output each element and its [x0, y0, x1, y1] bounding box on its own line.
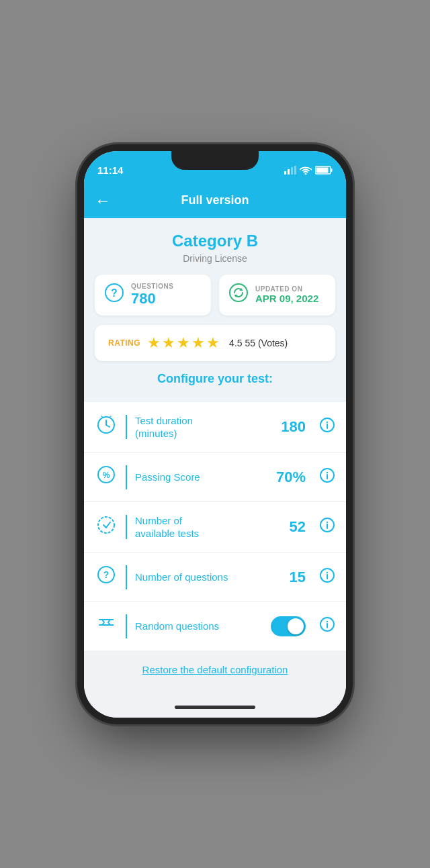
available-tests-label: Number ofavailable tests [135, 514, 282, 540]
stars: ★ ★ ★ ★ ★ [147, 334, 220, 352]
svg-line-15 [101, 416, 103, 418]
svg-point-40 [327, 620, 328, 622]
svg-text:?: ? [103, 569, 110, 580]
header-title: Full version [181, 193, 249, 207]
random-questions-toggle[interactable] [271, 616, 306, 636]
battery-icon [315, 166, 333, 175]
passing-score-label: Passing Score [135, 471, 268, 484]
question-circle-icon: ? [104, 283, 124, 307]
num-questions-value: 15 [290, 569, 306, 586]
home-bar [175, 706, 255, 709]
svg-rect-3 [294, 166, 296, 175]
rating-value: 4.5 55 (Votes) [229, 338, 288, 348]
available-tests-value: 52 [290, 518, 306, 536]
star-5: ★ [206, 334, 220, 352]
questions-label: QUESTIONS [131, 283, 173, 290]
rating-card: RATING ★ ★ ★ ★ ★ 4.5 55 (Votes) [95, 325, 335, 361]
star-2: ★ [162, 334, 175, 352]
rating-label: RATING [108, 338, 140, 348]
divider [126, 465, 127, 489]
category-subtitle: Driving License [95, 253, 335, 264]
clock-icon [95, 416, 118, 439]
svg-point-19 [327, 422, 328, 423]
test-duration-info-button[interactable] [319, 417, 335, 437]
svg-rect-0 [284, 171, 286, 175]
divider [126, 614, 127, 638]
updated-card: UPDATED ON APR 09, 2022 [219, 275, 335, 316]
updated-value: APR 09, 2022 [255, 293, 318, 304]
num-questions-info-button[interactable] [319, 567, 335, 587]
config-row-test-duration: Test duration(minutes) 180 [84, 402, 346, 453]
available-tests-info-button[interactable] [319, 517, 335, 537]
config-row-available-tests: Number ofavailable tests 52 [84, 502, 346, 553]
star-4: ★ [191, 334, 205, 352]
star-3: ★ [177, 334, 190, 352]
config-row-random-questions: Random questions [84, 602, 346, 650]
questions-text: QUESTIONS 780 [131, 283, 173, 307]
shuffle-icon [95, 614, 118, 638]
config-row-num-questions: ? Number of questions 15 [84, 553, 346, 602]
num-questions-icon: ? [95, 565, 118, 589]
content-area: Category B Driving License ? QUESTIONS 7… [84, 218, 346, 697]
notch [171, 151, 259, 170]
svg-line-14 [106, 425, 110, 427]
divider [126, 415, 127, 439]
back-button[interactable]: ← [95, 191, 111, 210]
svg-point-9 [230, 284, 247, 301]
phone-frame: 11:14 ← Full version [84, 151, 346, 718]
restore-default-button[interactable]: Restore the default configuration [142, 664, 288, 675]
updated-label: UPDATED ON [255, 285, 318, 293]
passing-score-value: 70% [276, 469, 306, 486]
test-duration-label: Test duration(minutes) [135, 414, 273, 440]
info-cards: ? QUESTIONS 780 [95, 275, 335, 316]
svg-point-30 [327, 522, 328, 523]
svg-rect-2 [291, 167, 293, 175]
questions-value: 780 [131, 290, 173, 307]
svg-rect-6 [316, 168, 329, 173]
divider [126, 565, 127, 589]
svg-text:?: ? [111, 287, 118, 299]
available-tests-icon [95, 516, 118, 539]
divider [126, 515, 127, 539]
status-time: 11:14 [97, 164, 123, 176]
refresh-icon [228, 283, 249, 307]
home-indicator [84, 697, 346, 718]
svg-line-27 [106, 522, 110, 528]
configure-title: Configure your test: [95, 372, 335, 386]
svg-point-25 [98, 517, 114, 533]
svg-line-16 [109, 416, 111, 418]
config-row-passing-score: % Passing Score 70% [84, 453, 346, 502]
toggle-knob [288, 618, 304, 634]
percent-icon: % [95, 465, 118, 489]
updated-text: UPDATED ON APR 09, 2022 [255, 285, 318, 304]
footer-section: Restore the default configuration [84, 650, 346, 687]
category-title: Category B [95, 232, 335, 250]
status-icons [284, 166, 333, 175]
star-1: ★ [147, 334, 161, 352]
signal-icon [284, 166, 296, 175]
config-section: Test duration(minutes) 180 % [84, 402, 346, 650]
svg-text:%: % [103, 471, 110, 480]
passing-score-info-button[interactable] [319, 467, 335, 487]
svg-rect-5 [331, 168, 333, 172]
svg-rect-1 [288, 169, 290, 175]
wifi-icon [300, 166, 312, 175]
num-questions-label: Number of questions [135, 571, 282, 584]
top-section: Category B Driving License ? QUESTIONS 7… [84, 218, 346, 402]
random-questions-label: Random questions [135, 620, 263, 633]
svg-point-35 [327, 571, 328, 573]
questions-card: ? QUESTIONS 780 [95, 275, 211, 316]
app-header: ← Full version [84, 183, 346, 218]
random-questions-info-button[interactable] [319, 616, 335, 636]
svg-point-24 [327, 471, 328, 473]
test-duration-value: 180 [281, 418, 306, 436]
